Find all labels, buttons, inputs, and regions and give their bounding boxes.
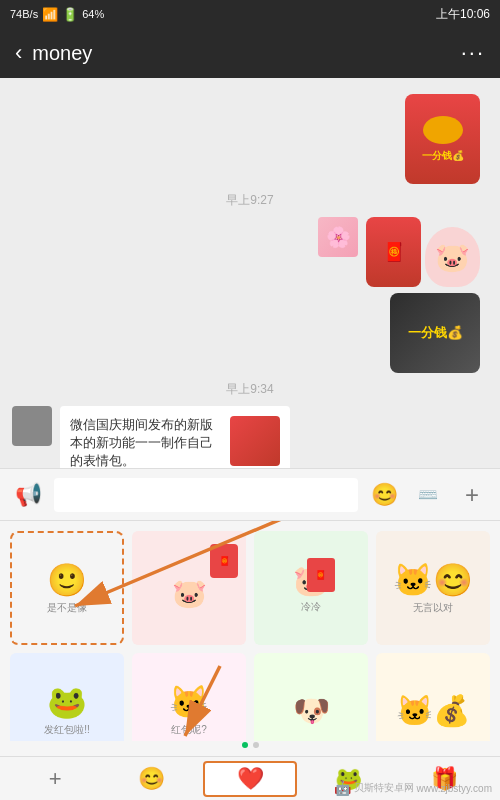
keyboard-button[interactable]: ⌨️: [410, 477, 446, 513]
voice-button[interactable]: 📢: [10, 477, 46, 513]
plus-icon: +: [465, 481, 479, 509]
emoji-button[interactable]: 😊: [366, 477, 402, 513]
watermark: 🤖 贝斯特安卓网 www.zjbstyy.com: [334, 780, 492, 796]
sticker-panel: 🙂 是不是像 🧧 🐷 🧧 🐷 冷冷 🐱😊 无言以对 🐸 发红包啦!!: [0, 520, 500, 800]
red-packet-msg: 🧧: [366, 217, 421, 287]
input-bar: 📢 😊 ⌨️ +: [0, 468, 500, 520]
pig-msg: 🐷: [425, 227, 480, 287]
watermark-icon: 🤖: [334, 780, 351, 796]
voice-icon: 📢: [15, 482, 42, 508]
chat-title: money: [32, 42, 460, 65]
dot-2: [253, 742, 259, 748]
sticker-tab-heart[interactable]: ❤️: [203, 761, 297, 797]
sticker-add[interactable]: 🙂 是不是像: [10, 531, 124, 645]
msg-row-rp: 🧧 🐷 🌸: [12, 217, 488, 287]
watermark-url: www.zjbstyy.com: [417, 783, 492, 794]
sticker-grid: 🙂 是不是像 🧧 🐷 🧧 🐷 冷冷 🐱😊 无言以对 🐸 发红包啦!!: [0, 521, 500, 741]
emoji-icon: 😊: [371, 482, 398, 508]
timestamp-2: 早上9:34: [0, 381, 500, 398]
avatar-right: 🌸: [318, 217, 358, 257]
wifi-icon: 📶: [42, 7, 58, 22]
sticker-3-label: 冷冷: [301, 600, 321, 614]
dot-1: [242, 742, 248, 748]
link-thumbnail: [230, 416, 280, 466]
page-dots: [0, 742, 500, 748]
msg-row-link: 微信国庆期间发布的新版本的新功能一一制作自己的表情包。 爱奇艺泡泡圈·日常vlo…: [12, 406, 488, 468]
back-button[interactable]: ‹: [15, 40, 22, 66]
msg-row: 一分钱💰: [12, 94, 488, 184]
more-button[interactable]: ···: [461, 40, 485, 66]
avatar-left: [12, 406, 52, 446]
status-left: 74B/s 📶 🔋 64%: [10, 0, 104, 28]
sticker-item-7[interactable]: 🐶: [254, 653, 368, 741]
status-bar: 74B/s 📶 🔋 64% 上午10:06: [0, 0, 500, 28]
sticker-item-2[interactable]: 🧧 🐷: [132, 531, 246, 645]
speed-indicator: 74B/s: [10, 8, 38, 20]
battery-level: 64%: [82, 8, 104, 20]
chat-header: ‹ money ···: [0, 28, 500, 78]
red-packet-sticker: 一分钱💰: [405, 94, 480, 184]
tab-plus-icon: +: [49, 766, 62, 792]
sticker-item-8[interactable]: 🐱💰: [376, 653, 490, 741]
tab-heart-icon: ❤️: [237, 766, 264, 792]
msg-row-yifen: 一分钱💰: [12, 293, 488, 373]
sticker-6-label: 红包呢?: [171, 723, 207, 737]
yifen-sticker: 一分钱💰: [390, 293, 480, 373]
sticker-item-6[interactable]: 🐱 红包呢?: [132, 653, 246, 741]
chat-area: 一分钱💰 早上9:27 🧧 🐷 🌸 一分钱💰 早上9:34: [0, 78, 500, 468]
add-sticker-icon: 🙂: [47, 561, 87, 599]
message-input[interactable]: [54, 478, 358, 512]
sticker-tab-plus[interactable]: +: [10, 761, 100, 797]
timestamp-1: 早上9:27: [0, 192, 500, 209]
sticker-4-label: 无言以对: [413, 601, 453, 615]
time-display: 上午10:06: [436, 6, 490, 23]
sticker-item-4[interactable]: 🐱😊 无言以对: [376, 531, 490, 645]
tab-emoji-icon: 😊: [138, 766, 165, 792]
sticker-tab-emoji[interactable]: 😊: [106, 761, 196, 797]
keyboard-icon: ⌨️: [418, 485, 438, 504]
battery-icon: 🔋: [62, 7, 78, 22]
plus-button[interactable]: +: [454, 477, 490, 513]
watermark-text: 贝斯特安卓网: [354, 781, 414, 795]
sticker-item-5[interactable]: 🐸 发红包啦!!: [10, 653, 124, 741]
add-sticker-label: 是不是像: [47, 601, 87, 615]
link-card[interactable]: 微信国庆期间发布的新版本的新功能一一制作自己的表情包。 爱奇艺泡泡圈·日常vlo…: [60, 406, 290, 468]
sticker-5-label: 发红包啦!!: [44, 723, 90, 737]
sticker-item-3[interactable]: 🧧 🐷 冷冷: [254, 531, 368, 645]
